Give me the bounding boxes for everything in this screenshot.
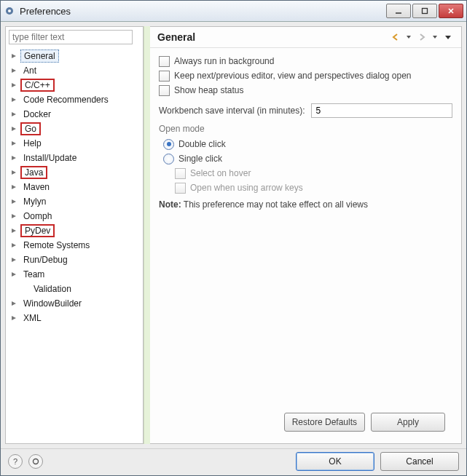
tree-item[interactable]: General [10, 49, 143, 63]
checkbox-icon [159, 71, 170, 82]
expand-icon[interactable] [10, 183, 17, 191]
tree-item[interactable]: Maven [10, 180, 143, 194]
expand-icon[interactable] [10, 242, 17, 249]
double-click-label: Double click [178, 139, 226, 149]
select-on-hover-label: Select on hover [190, 168, 251, 178]
open-mode-group-label: Open mode [159, 124, 452, 134]
forward-menu-icon[interactable] [429, 31, 441, 43]
cancel-button[interactable]: Cancel [380, 452, 459, 471]
tree-item[interactable]: PyDev [10, 223, 143, 238]
import-export-icon[interactable] [28, 454, 43, 469]
show-heap-row[interactable]: Show heap status [159, 83, 452, 98]
tree-item[interactable]: Team [10, 267, 143, 282]
expand-icon[interactable] [10, 82, 17, 89]
tree-item-label: Maven [20, 181, 52, 193]
tree-item[interactable]: Validation [20, 282, 143, 296]
expand-icon[interactable] [10, 140, 17, 147]
preference-page: General Always run in background Keep ne… [150, 26, 462, 444]
tree-item[interactable]: Docker [10, 107, 143, 122]
note-line: Note: This preference may not take effec… [159, 199, 452, 210]
tree-item-label: PyDev [20, 224, 55, 237]
tree-item[interactable]: Oomph [10, 209, 143, 223]
expand-icon[interactable] [10, 96, 17, 103]
checkbox-icon [159, 85, 170, 96]
tree-item-label: Go [20, 122, 41, 135]
tree-item[interactable]: XML [10, 311, 143, 325]
tree-item-label: Java [20, 166, 47, 179]
expand-icon[interactable] [10, 67, 17, 74]
sash[interactable] [144, 26, 150, 444]
expand-icon[interactable] [10, 300, 17, 307]
expand-icon[interactable] [10, 213, 17, 220]
dialog-footer: ? OK Cancel [1, 448, 466, 474]
expand-icon[interactable] [10, 271, 17, 278]
single-click-label: Single click [178, 154, 222, 164]
tree-item[interactable]: Go [10, 122, 143, 136]
double-click-radio-row[interactable]: Double click [163, 137, 452, 151]
radio-icon [163, 139, 174, 150]
single-click-radio-row[interactable]: Single click [163, 151, 452, 166]
tree-item-label: General [20, 49, 59, 63]
tree-item[interactable]: Java [10, 165, 143, 180]
always-run-bg-row[interactable]: Always run in background [159, 54, 452, 68]
svg-point-6 [34, 459, 39, 464]
apply-button[interactable]: Apply [371, 413, 445, 432]
expand-icon[interactable] [10, 111, 17, 118]
tree-item-label: Team [20, 269, 47, 280]
tree-item[interactable]: Remote Systems [10, 238, 143, 253]
expand-icon[interactable] [10, 169, 17, 176]
tree-item[interactable]: Run/Debug [10, 253, 143, 267]
radio-icon [163, 154, 174, 164]
open-arrow-keys-label: Open when using arrow keys [190, 183, 303, 193]
back-icon[interactable] [390, 31, 401, 43]
preference-tree-panel: GeneralAntC/C++Code RecommendersDockerGo… [5, 26, 144, 444]
tree-item-label: Code Recommenders [20, 94, 111, 106]
maximize-button[interactable] [412, 4, 437, 18]
filter-input[interactable] [9, 30, 133, 44]
tree-item-label: Docker [20, 108, 54, 120]
restore-defaults-button[interactable]: Restore Defaults [284, 413, 365, 432]
save-interval-input[interactable] [311, 103, 452, 118]
tree-item-label: Oomph [20, 210, 55, 222]
tree-item[interactable]: Code Recommenders [10, 92, 143, 107]
window-title: Preferences [20, 6, 386, 17]
save-interval-label: Workbench save interval (in minutes): [159, 106, 305, 116]
keep-editor-dialog-row[interactable]: Keep next/previous editor, view and pers… [159, 68, 452, 83]
tree-item[interactable]: Help [10, 136, 143, 151]
expand-icon[interactable] [10, 52, 17, 60]
tree-item[interactable]: Ant [10, 63, 143, 78]
expand-icon[interactable] [10, 198, 17, 205]
tree-item-label: XML [20, 312, 44, 324]
view-menu-icon[interactable] [442, 31, 454, 43]
tree-item[interactable]: C/C++ [10, 78, 143, 92]
tree-item[interactable]: WindowBuilder [10, 296, 143, 311]
page-title: General [157, 31, 390, 43]
svg-rect-3 [423, 9, 428, 14]
app-icon [4, 5, 15, 17]
help-icon[interactable]: ? [8, 454, 23, 469]
forward-icon [416, 31, 428, 43]
ok-button[interactable]: OK [296, 452, 374, 471]
checkbox-icon [175, 168, 186, 179]
tree-item[interactable]: Mylyn [10, 194, 143, 209]
preferences-window: Preferences GeneralAntC/C++Code Recommen… [0, 0, 467, 476]
show-heap-label: Show heap status [174, 85, 243, 95]
titlebar[interactable]: Preferences [1, 1, 466, 22]
filter-container [9, 30, 140, 44]
expand-icon[interactable] [10, 125, 17, 132]
tree-item-label: Remote Systems [20, 239, 93, 251]
expand-icon[interactable] [10, 314, 17, 322]
preference-tree[interactable]: GeneralAntC/C++Code RecommendersDockerGo… [6, 47, 143, 443]
expand-icon[interactable] [10, 256, 17, 263]
expand-icon[interactable] [10, 154, 17, 162]
close-button[interactable] [439, 4, 463, 18]
tree-item-label: C/C++ [20, 79, 55, 92]
tree-item[interactable]: Install/Update [10, 151, 143, 165]
tree-item-label: Run/Debug [20, 254, 71, 266]
minimize-button[interactable] [386, 4, 411, 18]
tree-item-label: Install/Update [20, 152, 79, 164]
expand-icon[interactable] [10, 227, 17, 234]
back-menu-icon[interactable] [403, 31, 415, 43]
open-arrow-keys-row: Open when using arrow keys [175, 181, 452, 195]
tree-item-label: Mylyn [20, 196, 49, 207]
